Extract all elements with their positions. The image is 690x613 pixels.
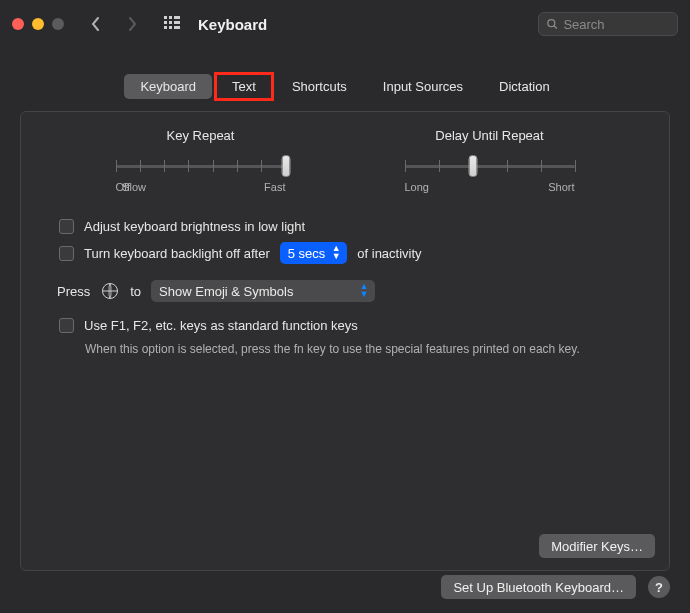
press-action-select[interactable]: Show Emoji & Symbols ▲▼ [151, 280, 375, 302]
globe-icon [102, 283, 118, 299]
press-globe-row: Press to Show Emoji & Symbols ▲▼ [41, 280, 649, 302]
window-controls [12, 18, 64, 30]
svg-rect-7 [164, 26, 167, 29]
key-repeat-labels: Off Slow Fast [116, 181, 286, 193]
delay-repeat-long-label: Long [405, 181, 429, 193]
svg-rect-11 [177, 16, 180, 19]
footer: Set Up Bluetooth Keyboard… ? [441, 575, 670, 599]
tabs: Keyboard Text Shortcuts Input Sources Di… [122, 74, 567, 99]
key-repeat-group: Key Repeat Off Slow Fast [81, 128, 320, 193]
delay-repeat-group: Delay Until Repeat Long Short [370, 128, 609, 193]
delay-repeat-short-label: Short [548, 181, 574, 193]
backlight-off-label-post: of inactivity [357, 246, 421, 261]
backlight-off-row: Turn keyboard backlight off after 5 secs… [41, 242, 649, 264]
key-repeat-title: Key Repeat [81, 128, 320, 143]
tab-keyboard[interactable]: Keyboard [124, 74, 212, 99]
backlight-off-label-pre: Turn keyboard backlight off after [84, 246, 270, 261]
svg-line-16 [554, 26, 557, 29]
fn-keys-row: Use F1, F2, etc. keys as standard functi… [41, 318, 649, 333]
search-input[interactable] [563, 17, 669, 32]
tab-input-sources[interactable]: Input Sources [367, 74, 479, 99]
titlebar: Keyboard [0, 0, 690, 48]
setup-bluetooth-button[interactable]: Set Up Bluetooth Keyboard… [441, 575, 636, 599]
svg-rect-1 [169, 16, 172, 19]
svg-rect-4 [164, 21, 167, 24]
zoom-window-button[interactable] [52, 18, 64, 30]
stepper-icon: ▲▼ [329, 244, 343, 260]
fn-keys-label: Use F1, F2, etc. keys as standard functi… [84, 318, 358, 333]
show-all-button[interactable] [158, 10, 186, 38]
svg-rect-2 [174, 16, 177, 19]
tabs-container: Keyboard Text Shortcuts Input Sources Di… [0, 48, 690, 99]
press-action-value: Show Emoji & Symbols [159, 284, 293, 299]
tab-text[interactable]: Text [216, 74, 272, 99]
backlight-off-value: 5 secs [288, 246, 326, 261]
delay-repeat-labels: Long Short [405, 181, 575, 193]
fn-keys-checkbox[interactable] [59, 318, 74, 333]
fn-keys-description: When this option is selected, press the … [41, 341, 649, 358]
delay-repeat-slider[interactable] [405, 157, 575, 175]
minimize-window-button[interactable] [32, 18, 44, 30]
slider-thumb[interactable] [468, 155, 477, 177]
press-label-pre: Press [57, 284, 90, 299]
adjust-brightness-checkbox[interactable] [59, 219, 74, 234]
svg-rect-6 [174, 21, 177, 24]
forward-button[interactable] [118, 10, 146, 38]
key-repeat-slider[interactable] [116, 157, 286, 175]
back-button[interactable] [82, 10, 110, 38]
chevron-left-icon [91, 17, 101, 31]
slider-thumb[interactable] [281, 155, 290, 177]
adjust-brightness-label: Adjust keyboard brightness in low light [84, 219, 305, 234]
svg-rect-12 [177, 21, 180, 24]
svg-rect-0 [164, 16, 167, 19]
help-button[interactable]: ? [648, 576, 670, 598]
tab-dictation[interactable]: Dictation [483, 74, 566, 99]
close-window-button[interactable] [12, 18, 24, 30]
delay-repeat-title: Delay Until Repeat [370, 128, 609, 143]
chevron-right-icon [127, 17, 137, 31]
search-icon [547, 18, 557, 30]
adjust-brightness-row: Adjust keyboard brightness in low light [41, 219, 649, 234]
backlight-off-checkbox[interactable] [59, 246, 74, 261]
sliders-row: Key Repeat Off Slow Fast Delay Until Rep… [41, 128, 649, 193]
svg-rect-9 [174, 26, 177, 29]
window-title: Keyboard [198, 16, 267, 33]
svg-rect-13 [177, 26, 180, 29]
grid-icon [164, 16, 180, 32]
modifier-keys-button[interactable]: Modifier Keys… [539, 534, 655, 558]
key-repeat-fast-label: Fast [264, 181, 285, 193]
key-repeat-slow-label: Slow [122, 181, 146, 193]
tab-shortcuts[interactable]: Shortcuts [276, 74, 363, 99]
backlight-off-select[interactable]: 5 secs ▲▼ [280, 242, 348, 264]
svg-rect-8 [169, 26, 172, 29]
search-field[interactable] [538, 12, 678, 36]
settings-panel: Key Repeat Off Slow Fast Delay Until Rep… [20, 111, 670, 571]
stepper-icon: ▲▼ [357, 282, 371, 298]
svg-rect-5 [169, 21, 172, 24]
press-label-post: to [130, 284, 141, 299]
